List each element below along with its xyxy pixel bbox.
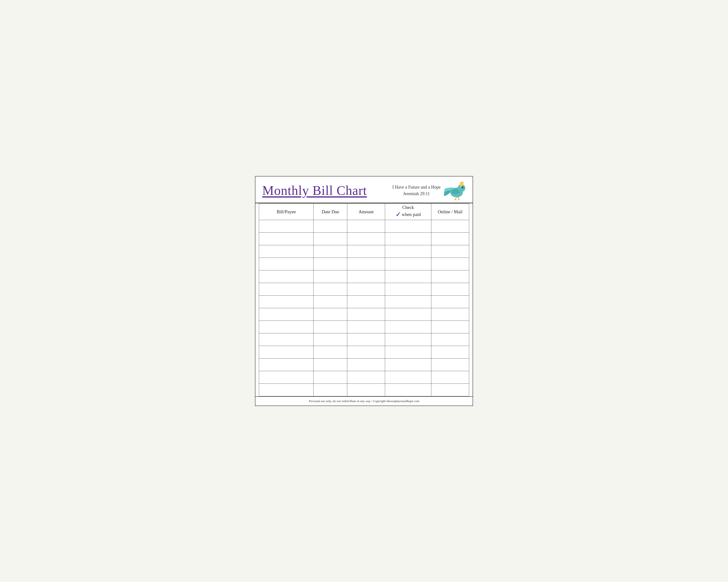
table-wrapper: Bill/Payee Date Due Amount Check ✓ w [255,203,473,396]
table-cell [431,271,469,283]
table-cell [314,346,347,359]
table-cell [347,245,385,258]
table-row [259,384,469,396]
table-row [259,258,469,271]
table-cell [385,333,432,346]
table-cell [314,220,347,233]
table-cell [385,233,432,245]
table-row [259,220,469,233]
table-row [259,321,469,333]
table-cell [385,220,432,233]
table-cell [314,308,347,321]
table-cell [314,258,347,271]
table-cell [314,296,347,308]
table-cell [385,271,432,283]
table-cell [347,220,385,233]
table-cell [347,384,385,396]
table-row [259,233,469,245]
table-cell [259,220,314,233]
header: Monthly Bill Chart I Have a Future and a… [255,176,473,203]
bill-chart-table: Bill/Payee Date Due Amount Check ✓ w [259,203,469,396]
table-cell [259,346,314,359]
table-cell [347,271,385,283]
table-cell [314,321,347,333]
table-cell [259,245,314,258]
checkmark-icon: ✓ [395,211,401,219]
svg-line-14 [456,199,456,200]
table-cell [347,233,385,245]
table-cell [431,283,469,296]
table-cell [431,321,469,333]
svg-point-6 [462,187,464,188]
table-cell [385,283,432,296]
table-cell [259,371,314,384]
table-body [259,220,469,396]
svg-line-16 [459,199,460,200]
table-cell [385,245,432,258]
table-cell [385,359,432,371]
svg-line-13 [454,199,456,200]
verse-line1: I Have a Future and a Hope [392,184,441,191]
bird-icon [444,181,466,200]
verse-line2: Jeremiah 29:11 [392,191,441,197]
table-cell [431,296,469,308]
table-cell [385,371,432,384]
table-cell [314,333,347,346]
table-cell [431,384,469,396]
table-row [259,245,469,258]
table-cell [259,233,314,245]
table-row [259,359,469,371]
header-right: I Have a Future and a Hope Jeremiah 29:1… [392,181,466,200]
table-cell [347,321,385,333]
table-cell [259,359,314,371]
table-cell [347,283,385,296]
table-row [259,308,469,321]
page: Monthly Bill Chart I Have a Future and a… [255,176,473,406]
table-cell [347,333,385,346]
table-cell [259,296,314,308]
table-cell [431,359,469,371]
check-header: Check ✓ when paid [385,204,431,219]
col-date-due: Date Due [314,203,347,220]
table-row [259,371,469,384]
table-cell [347,296,385,308]
table-row [259,333,469,346]
svg-line-12 [458,197,459,199]
table-row [259,346,469,359]
table-cell [259,321,314,333]
svg-line-15 [458,199,459,200]
table-cell [259,384,314,396]
table-header-row: Bill/Payee Date Due Amount Check ✓ w [259,203,469,220]
table-cell [314,283,347,296]
table-cell [385,296,432,308]
table-cell [347,308,385,321]
col-online-mail: Online / Mail [431,203,469,220]
table-cell [431,245,469,258]
table-cell [385,308,432,321]
table-cell [347,359,385,371]
table-cell [314,384,347,396]
table-cell [431,346,469,359]
table-cell [431,220,469,233]
table-cell [385,258,432,271]
table-cell [347,346,385,359]
table-row [259,283,469,296]
col-check-when-paid: Check ✓ when paid [385,203,432,220]
table-cell [431,308,469,321]
verse: I Have a Future and a Hope Jeremiah 29:1… [392,184,441,197]
table-cell [259,333,314,346]
footer: Personal use only, do not redistribute i… [255,396,473,406]
table-cell [431,233,469,245]
svg-point-7 [463,187,463,187]
table-cell [259,271,314,283]
table-cell [385,384,432,396]
table-row [259,296,469,308]
table-cell [259,258,314,271]
page-title: Monthly Bill Chart [262,183,367,198]
table-cell [431,371,469,384]
footer-text: Personal use only, do not redistribute i… [309,399,419,403]
table-cell [347,258,385,271]
table-cell [385,321,432,333]
table-cell [385,346,432,359]
table-cell [259,308,314,321]
